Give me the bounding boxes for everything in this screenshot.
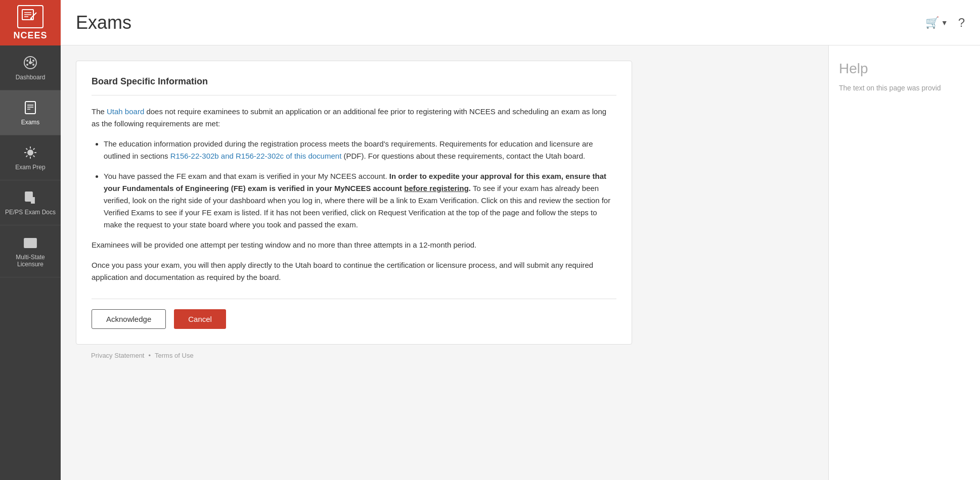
acknowledge-button[interactable]: Acknowledge	[92, 309, 166, 329]
intro-paragraph: The Utah board does not require examinee…	[92, 106, 616, 130]
sidebar-item-dashboard-label: Dashboard	[16, 74, 46, 81]
board-info-card: Board Specific Information The Utah boar…	[76, 61, 632, 345]
req2-text1: You have passed the FE exam and that exa…	[104, 172, 389, 180]
exams-icon	[22, 100, 38, 116]
cart-icon: 🛒	[925, 16, 939, 29]
help-icon[interactable]: ?	[958, 16, 965, 30]
attempts-paragraph: Examinees will be provided one attempt p…	[92, 239, 616, 251]
help-text: The text on this page was provid	[839, 83, 970, 93]
logo-icon	[17, 5, 43, 28]
help-sidebar: Help The text on this page was provid	[828, 45, 980, 480]
document-link[interactable]: R156-22-302b and R156-22-302c of this do…	[170, 152, 342, 160]
requirements-list: The education information provided durin…	[104, 138, 616, 231]
pass-paragraph: Once you pass your exam, you will then a…	[92, 259, 616, 283]
svg-point-10	[26, 60, 28, 62]
sidebar-item-exam-prep-label: Exam Prep	[15, 164, 45, 171]
button-row: Acknowledge Cancel	[92, 299, 616, 329]
svg-rect-32	[29, 243, 31, 246]
sidebar-item-pe-ps-label: PE/PS Exam Docs	[5, 209, 56, 216]
req2-underline: before registering	[404, 184, 469, 193]
sidebar-item-multi-state-licensure[interactable]: Multi-State Licensure	[0, 225, 61, 277]
sidebar: NCEES Dashboard	[0, 0, 61, 480]
svg-line-23	[26, 149, 28, 150]
sidebar-item-exams-label: Exams	[21, 119, 40, 126]
multi-state-icon	[22, 234, 38, 251]
req1-text2: (PDF). For questions about these require…	[341, 152, 585, 160]
requirement-2: You have passed the FE exam and that exa…	[104, 170, 616, 231]
card-title: Board Specific Information	[92, 76, 616, 95]
cart-dropdown-icon: ▼	[941, 19, 948, 27]
svg-line-26	[26, 156, 28, 157]
dashboard-icon	[22, 55, 38, 71]
header-actions: 🛒 ▼ ?	[925, 16, 965, 30]
main-area: Exams 🛒 ▼ ? Board Specific Information T…	[61, 0, 980, 480]
cart-button[interactable]: 🛒 ▼	[925, 16, 948, 29]
help-title: Help	[839, 61, 970, 77]
footer-separator: •	[149, 352, 151, 359]
cancel-button[interactable]: Cancel	[174, 309, 226, 329]
content-wrapper: Board Specific Information The Utah boar…	[61, 45, 980, 480]
exam-prep-icon	[22, 145, 38, 161]
sidebar-item-multi-state-label: Multi-State Licensure	[4, 254, 57, 268]
svg-point-12	[26, 64, 28, 66]
svg-line-24	[33, 156, 35, 157]
page-content: Board Specific Information The Utah boar…	[61, 45, 828, 480]
requirement-1: The education information provided durin…	[104, 138, 616, 162]
svg-point-13	[32, 64, 34, 66]
page-footer: Privacy Statement • Terms of Use	[76, 345, 813, 366]
card-body: The Utah board does not require examinee…	[92, 106, 616, 283]
svg-point-11	[32, 60, 34, 62]
svg-line-25	[33, 149, 35, 150]
page-title: Exams	[76, 12, 131, 33]
svg-rect-14	[25, 102, 35, 114]
pe-ps-icon	[22, 189, 38, 206]
svg-rect-31	[26, 243, 28, 246]
page-header: Exams 🛒 ▼ ?	[61, 0, 980, 45]
sidebar-item-exam-prep[interactable]: Exam Prep	[0, 135, 61, 180]
svg-rect-33	[32, 243, 34, 246]
utah-board-link[interactable]: Utah board	[107, 107, 144, 116]
app-name: NCEES	[13, 30, 47, 41]
terms-link[interactable]: Terms of Use	[155, 352, 194, 359]
app-logo: NCEES	[0, 0, 61, 45]
sidebar-item-exams[interactable]: Exams	[0, 90, 61, 135]
svg-point-18	[28, 150, 33, 155]
sidebar-item-dashboard[interactable]: Dashboard	[0, 45, 61, 90]
privacy-link[interactable]: Privacy Statement	[91, 352, 145, 359]
sidebar-item-pe-ps-exam-docs[interactable]: PE/PS Exam Docs	[0, 180, 61, 225]
